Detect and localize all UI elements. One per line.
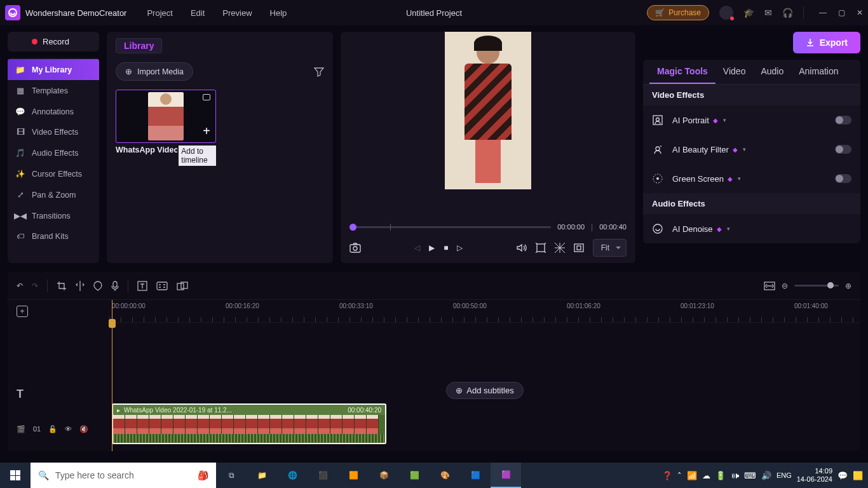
import-media-button[interactable]: ⊕ Import Media: [116, 62, 193, 81]
toggle-green-screen[interactable]: [835, 174, 851, 183]
app-misc-1[interactable]: 🟧: [338, 463, 369, 488]
split-tool[interactable]: [76, 281, 85, 291]
marker-tool[interactable]: [93, 281, 102, 291]
text-tool[interactable]: [137, 281, 147, 291]
crop-button[interactable]: [536, 243, 546, 253]
tray-keyboard-icon[interactable]: ⌨: [744, 471, 756, 480]
snapshot-button[interactable]: [349, 243, 361, 253]
timeline-tracks[interactable]: 00:00:00:00 00:00:16:20 00:00:33:10 00:0…: [109, 300, 860, 451]
academy-icon[interactable]: 🎓: [743, 8, 754, 18]
sidebar-item-brand-kits[interactable]: 🏷 Brand Kits: [8, 226, 99, 247]
zoom-out-button[interactable]: ⊖: [782, 281, 788, 290]
library-tab[interactable]: Library: [116, 38, 162, 53]
timeline-clip[interactable]: ▸ WhatsApp Video 2022-01-19 at 11.2... 0…: [112, 403, 386, 444]
tray-battery-icon[interactable]: 🔋: [715, 471, 726, 480]
toggle-ai-beauty[interactable]: [835, 145, 851, 154]
filter-icon[interactable]: [314, 67, 324, 77]
voiceover-tool[interactable]: [111, 281, 119, 291]
app-chrome[interactable]: 🌐: [277, 463, 308, 488]
sidebar-item-pan-zoom[interactable]: ⤢ Pan & Zoom: [8, 184, 99, 205]
zoom-in-button[interactable]: ⊕: [845, 281, 851, 290]
app-explorer[interactable]: 📁: [247, 463, 277, 488]
tab-video[interactable]: Video: [715, 60, 754, 84]
add-to-timeline-button[interactable]: +: [203, 124, 210, 139]
avatar-icon[interactable]: [719, 6, 733, 20]
close-button[interactable]: ✕: [857, 8, 863, 17]
tray-clock[interactable]: 14:09 14-06-2024: [797, 467, 832, 484]
row-green-screen[interactable]: Green Screen◆▾: [643, 164, 860, 193]
tray-overflow-icon[interactable]: ˄: [677, 471, 682, 480]
media-clip[interactable]: + WhatsApp Video 2022-01- Add to timelin…: [116, 90, 216, 166]
zoom-knob-icon[interactable]: [827, 282, 834, 288]
message-icon[interactable]: ✉: [764, 8, 772, 18]
group-tool[interactable]: [177, 281, 188, 290]
tray-language[interactable]: ENG: [776, 471, 792, 479]
grid-button[interactable]: [555, 243, 565, 253]
tray-notifications-icon[interactable]: 💬: [837, 471, 848, 480]
zoom-slider[interactable]: [794, 285, 839, 287]
undo-button[interactable]: ↶: [17, 281, 23, 290]
add-track-button[interactable]: +: [17, 306, 28, 317]
tray-pinned-icon[interactable]: 🟨: [853, 471, 863, 480]
tab-magic-tools[interactable]: Magic Tools: [649, 60, 715, 84]
tray-help-icon[interactable]: ❓: [662, 471, 672, 480]
visibility-icon[interactable]: 👁: [65, 425, 72, 433]
subtitle-track[interactable]: ⊕ Add subtitles: [109, 377, 860, 403]
toggle-ai-portrait[interactable]: [835, 116, 851, 125]
export-button[interactable]: Export: [793, 32, 860, 53]
menu-help[interactable]: Help: [270, 8, 287, 18]
playhead[interactable]: [112, 300, 112, 451]
app-paint[interactable]: 🎨: [430, 463, 460, 488]
minimize-button[interactable]: —: [819, 8, 827, 17]
maximize-button[interactable]: ▢: [838, 8, 845, 17]
sidebar-item-annotations[interactable]: 💬 Annotations: [8, 101, 99, 122]
next-frame-button[interactable]: ▷: [457, 243, 463, 252]
menu-edit[interactable]: Edit: [191, 8, 205, 18]
sidebar-item-video-effects[interactable]: 🎞 Video Effects: [8, 122, 99, 142]
row-ai-beauty[interactable]: AI Beauty Filter◆▾: [643, 135, 860, 164]
app-excel[interactable]: 🟩: [399, 463, 430, 488]
support-icon[interactable]: 🎧: [782, 8, 793, 18]
tray-volume-icon[interactable]: 🔊: [761, 471, 771, 480]
preview-canvas[interactable]: [349, 32, 627, 216]
app-terminal[interactable]: ⬛: [308, 463, 338, 488]
task-view-button[interactable]: ⧉: [216, 463, 247, 488]
purchase-button[interactable]: 🛒 Purchase: [647, 5, 709, 20]
app-word[interactable]: 🟦: [460, 463, 491, 488]
progress-track[interactable]: [349, 226, 551, 228]
caption-tool[interactable]: [156, 281, 168, 290]
tray-bluetooth-icon[interactable]: 🕪: [731, 471, 739, 480]
timeline-ruler[interactable]: 00:00:00:00 00:00:16:20 00:00:33:10 00:0…: [109, 300, 860, 323]
app-archive[interactable]: 📦: [369, 463, 399, 488]
tab-audio[interactable]: Audio: [753, 60, 791, 84]
lock-icon[interactable]: 🔓: [48, 425, 57, 433]
crop-tool[interactable]: [57, 281, 67, 291]
menu-preview[interactable]: Preview: [222, 8, 252, 18]
tray-wifi-icon[interactable]: 📶: [687, 471, 697, 480]
play-button[interactable]: ▶: [429, 243, 435, 252]
prev-frame-button[interactable]: ◁: [414, 243, 420, 252]
row-ai-denoise[interactable]: AI Denoise◆▾: [643, 214, 860, 243]
record-button[interactable]: Record: [8, 32, 99, 51]
tab-animation[interactable]: Animation: [791, 60, 846, 84]
start-button[interactable]: [0, 463, 31, 488]
tray-cloud-icon[interactable]: ☁: [702, 471, 710, 480]
add-subtitles-button[interactable]: ⊕ Add subtitles: [446, 382, 523, 399]
sidebar-item-transitions[interactable]: ▶◀ Transitions: [8, 205, 99, 226]
row-ai-portrait[interactable]: AI Portrait◆▾: [643, 105, 860, 135]
sidebar-item-templates[interactable]: ▦ Templates: [8, 80, 99, 101]
mute-icon[interactable]: 🔇: [79, 425, 88, 433]
taskbar-search[interactable]: 🔍 Type here to search 🎒: [31, 463, 216, 488]
redo-button[interactable]: ↷: [32, 281, 38, 290]
progress-knob-icon[interactable]: [349, 224, 356, 231]
clip-thumbnail[interactable]: +: [116, 90, 216, 143]
menu-project[interactable]: Project: [147, 8, 172, 18]
fullscreen-button[interactable]: [574, 243, 584, 252]
fit-timeline-button[interactable]: [764, 281, 775, 290]
sidebar-item-cursor-effects[interactable]: ✨ Cursor Effects: [8, 163, 99, 184]
sidebar-item-audio-effects[interactable]: 🎵 Audio Effects: [8, 142, 99, 163]
fit-select[interactable]: Fit: [593, 239, 627, 257]
empty-track-area[interactable]: [109, 323, 860, 377]
volume-button[interactable]: [517, 243, 527, 252]
stop-button[interactable]: ■: [444, 243, 448, 252]
